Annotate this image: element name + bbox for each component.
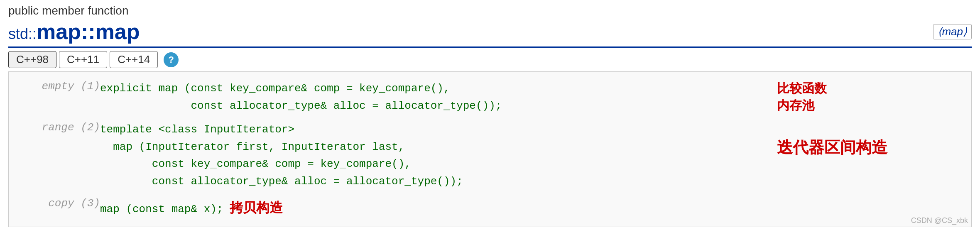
table-row: range (2) template <class InputIterator>… [17, 120, 963, 192]
table-row: copy (3) map (const map& x); 拷贝构造 [17, 196, 963, 220]
code-cell-empty: explicit map (const key_compare& comp = … [100, 78, 777, 116]
annotation-alloc: 内存池 [777, 97, 963, 114]
page-title: std::map::map [8, 19, 140, 44]
map-link[interactable]: ⟨map⟩ [933, 24, 972, 39]
code-cell-range: template <class InputIterator> map (Inpu… [100, 120, 777, 192]
annotation-compare: 比较函数 [777, 80, 963, 97]
code-area: empty (1) explicit map (const key_compar… [8, 71, 972, 227]
code-cell-copy: map (const map& x); 拷贝构造 [100, 196, 777, 220]
title-row: std::map::map ⟨map⟩ [8, 19, 972, 48]
row-spacer-2 [17, 192, 963, 196]
annotation-copy: 拷贝构造 [230, 200, 283, 215]
row-label-copy: copy (3) [17, 196, 100, 220]
annotation-cell-range: 迭代器区间构造 [777, 120, 963, 192]
help-icon[interactable]: ? [164, 52, 179, 67]
annotation-cell-empty: 比较函数 内存池 [777, 78, 963, 116]
page-container: public member function std::map::map ⟨ma… [0, 0, 980, 247]
watermark: CSDN @CS_xbk [911, 216, 968, 225]
code-table: empty (1) explicit map (const key_compar… [17, 78, 963, 220]
table-row: empty (1) explicit map (const key_compar… [17, 78, 963, 116]
row-label-range: range (2) [17, 120, 100, 192]
row-label-empty: empty (1) [17, 78, 100, 116]
tab-cpp98[interactable]: C++98 [8, 51, 56, 68]
tab-cpp11[interactable]: C++11 [59, 51, 107, 68]
header: public member function std::map::map ⟨ma… [0, 0, 980, 48]
public-member-label: public member function [8, 4, 972, 17]
title-prefix: std:: [8, 25, 37, 42]
tabs-row: C++98 C++11 C++14 ? [0, 48, 980, 68]
annotation-iterator: 迭代器区间构造 [777, 137, 963, 158]
tab-cpp14[interactable]: C++14 [110, 51, 158, 68]
title-main: map::map [37, 20, 140, 44]
row-spacer-1 [17, 116, 963, 120]
